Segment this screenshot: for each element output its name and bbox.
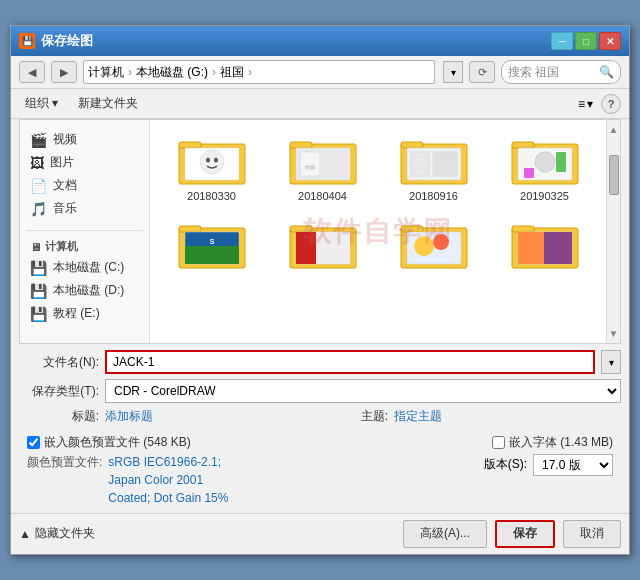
theme-value[interactable]: 指定主题 [394,408,442,425]
list-item[interactable]: 20190325 [493,130,596,206]
folder-label: 20180916 [409,190,458,202]
filename-label: 文件名(N): [19,354,99,371]
svg-rect-15 [411,152,429,176]
filename-row: 文件名(N): ▾ [19,350,621,374]
list-item[interactable] [493,214,596,278]
svg-rect-16 [433,152,457,176]
title-bar-controls: ─ □ ✕ [551,32,621,50]
maximize-button[interactable]: □ [575,32,597,50]
sidebar-item-e-drive[interactable]: 💾 教程 (E:) [26,302,143,325]
organize-button[interactable]: 组织 ▾ [19,93,64,114]
address-folder: 祖国 [220,64,244,81]
svg-rect-39 [512,226,534,232]
organize-label: 组织 ▾ [25,95,58,112]
view-arrow: ▾ [587,97,593,111]
sidebar-item-d-drive[interactable]: 💾 本地磁盘 (D:) [26,279,143,302]
computer-section-title: 🖥 计算机 [26,237,143,256]
list-item[interactable] [382,214,485,278]
version-row: 版本(S): 17.0 版 [484,454,613,476]
folder-label: 20180404 [298,190,347,202]
save-button[interactable]: 保存 [495,520,555,548]
form-area: 文件名(N): ▾ 保存类型(T): CDR - CorelDRAW 标题: 添… [11,344,629,513]
meta-row: 标题: 添加标题 主题: 指定主题 [19,408,621,425]
scrollbar-thumb[interactable] [609,155,619,195]
svg-point-36 [414,236,434,256]
c-drive-icon: 💾 [30,260,47,276]
embed-font-checkbox[interactable] [492,436,505,449]
svg-point-4 [206,158,210,163]
hide-folders-button[interactable]: ▲ 隐藏文件夹 [19,525,95,542]
dialog-title: 保存绘图 [41,32,93,50]
view-button[interactable]: ≡ ▾ [578,97,593,111]
embed-color-checkbox[interactable] [27,436,40,449]
folder-label: 20190325 [520,190,569,202]
pictures-icon: 🖼 [30,155,44,171]
address-bar[interactable]: 计算机 › 本地磁盘 (G:) › 祖国 › [83,60,435,84]
file-area: 软件自学网 20180330 [150,120,606,343]
svg-text:S: S [209,238,214,245]
folder-label: 20180330 [187,190,236,202]
action-buttons: 高级(A)... 保存 取消 [403,520,621,548]
filetype-label: 保存类型(T): [19,383,99,400]
svg-rect-18 [512,142,534,148]
d-drive-icon: 💾 [30,283,47,299]
list-item[interactable] [271,214,374,278]
checkbox-row: 嵌入颜色预置文件 (548 KB) 嵌入字体 (1.43 MB) [19,430,621,451]
address-computer: 计算机 [88,64,124,81]
music-icon: 🎵 [30,201,47,217]
documents-icon: 📄 [30,178,47,194]
embed-font-label: 嵌入字体 (1.43 MB) [509,434,613,451]
filename-dropdown[interactable]: ▾ [601,350,621,374]
help-button[interactable]: ? [601,94,621,114]
sidebar-item-c-drive[interactable]: 💾 本地磁盘 (C:) [26,256,143,279]
filetype-row: 保存类型(T): CDR - CorelDRAW [19,379,621,403]
cancel-button[interactable]: 取消 [563,520,621,548]
svg-rect-26 [185,246,239,264]
content-area: 🎬 视频 🖼 图片 📄 文档 🎵 音乐 🖥 [19,119,621,344]
hide-arrow-icon: ▲ [19,527,31,541]
close-button[interactable]: ✕ [599,32,621,50]
save-dialog: 💾 保存绘图 ─ □ ✕ ◀ ▶ 计算机 › 本地磁盘 (G:) › 祖国 › … [10,25,630,555]
version-select[interactable]: 17.0 版 [533,454,613,476]
svg-point-3 [200,150,224,174]
sidebar-item-video[interactable]: 🎬 视频 [26,128,143,151]
sidebar-item-label-pictures: 图片 [50,154,74,171]
hide-folders-label: 隐藏文件夹 [35,525,95,542]
address-dropdown[interactable]: ▾ [443,61,463,83]
list-item[interactable]: 20180330 [160,130,263,206]
list-item[interactable]: S [160,214,263,278]
filename-input[interactable] [105,350,595,374]
sidebar-item-label-documents: 文档 [53,177,77,194]
tag-value[interactable]: 添加标题 [105,408,153,425]
sidebar-item-pictures[interactable]: 🖼 图片 [26,151,143,174]
refresh-button[interactable]: ⟳ [469,61,495,83]
sidebar-item-documents[interactable]: 📄 文档 [26,174,143,197]
color-version-row: 颜色预置文件: sRGB IEC61966-2.1;Japan Color 20… [19,451,621,507]
forward-button[interactable]: ▶ [51,61,77,83]
embed-color-group: 嵌入颜色预置文件 (548 KB) [27,434,191,451]
scrollbar[interactable]: ▲ ▼ [606,120,620,343]
list-item[interactable]: 20180916 [382,130,485,206]
minimize-button[interactable]: ─ [551,32,573,50]
filetype-select[interactable]: CDR - CorelDRAW [105,379,621,403]
svg-point-37 [433,234,449,250]
new-folder-label: 新建文件夹 [78,95,138,112]
back-button[interactable]: ◀ [19,61,45,83]
svg-rect-42 [544,232,572,264]
advanced-button[interactable]: 高级(A)... [403,520,487,548]
new-folder-button[interactable]: 新建文件夹 [72,93,144,114]
svg-rect-41 [518,232,544,264]
sidebar-item-label-c: 本地磁盘 (C:) [53,259,124,276]
svg-point-20 [535,152,555,172]
sep2: › [212,65,216,79]
svg-rect-34 [401,226,423,232]
computer-label: 计算机 [45,239,78,254]
sidebar-item-music[interactable]: 🎵 音乐 [26,197,143,220]
view-icon: ≡ [578,97,585,111]
svg-rect-1 [179,142,201,148]
svg-point-5 [214,158,218,163]
search-icon: 🔍 [599,65,614,79]
embed-color-label: 嵌入颜色预置文件 (548 KB) [44,434,191,451]
list-item[interactable]: 封面 20180404 [271,130,374,206]
search-box[interactable]: 搜索 祖国 🔍 [501,60,621,84]
